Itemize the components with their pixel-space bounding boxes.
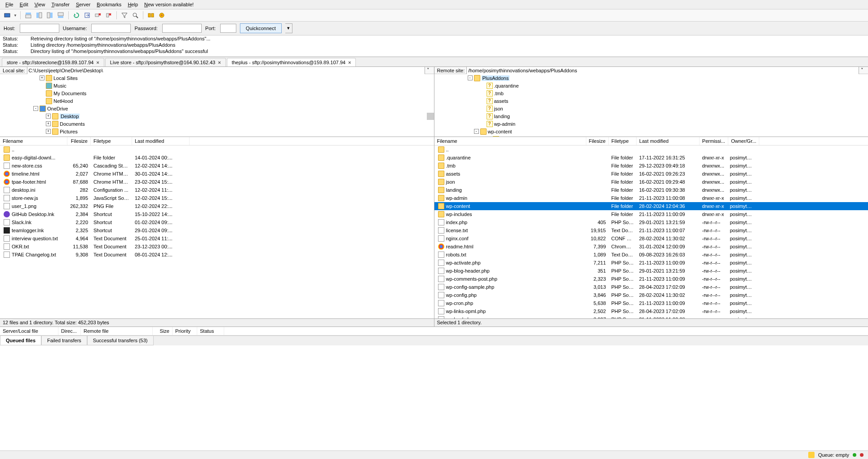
- list-item[interactable]: .tmbFile folder29-12-2023 09:49:18drwxrw…: [434, 162, 868, 170]
- close-icon[interactable]: ×: [96, 60, 99, 65]
- menu-server[interactable]: Server: [73, 1, 93, 8]
- quickconnect-button[interactable]: Quickconnect: [240, 23, 282, 33]
- list-item[interactable]: ..: [0, 146, 434, 154]
- tree-node[interactable]: Music: [0, 82, 434, 89]
- search-icon[interactable]: [131, 11, 140, 20]
- list-item[interactable]: TPAE Changelog.txt9,308Text Document08-0…: [0, 251, 434, 259]
- close-icon[interactable]: ×: [348, 60, 351, 65]
- toggle-queue-icon[interactable]: [56, 11, 65, 20]
- scrollbar-thumb[interactable]: [427, 113, 434, 120]
- list-item[interactable]: user_1.png262,332PNG File12-02-2024 22:.…: [0, 202, 434, 210]
- host-input[interactable]: [20, 24, 59, 33]
- local-list-header[interactable]: Filename Filesize Filetype Last modified: [0, 137, 434, 146]
- site-manager-icon[interactable]: [3, 11, 12, 20]
- list-item[interactable]: license.txt19,915Text Doc...21-11-2023 1…: [434, 226, 868, 234]
- tab-failed-transfers[interactable]: Failed transfers: [41, 336, 87, 345]
- list-item[interactable]: tpae-footer.html87,688Chrome HTML ...23-…: [0, 178, 434, 186]
- tree-node[interactable]: +Desktop: [0, 112, 434, 120]
- sync-browse-icon[interactable]: [157, 11, 166, 20]
- compare-icon[interactable]: [146, 11, 155, 20]
- refresh-icon[interactable]: [72, 11, 81, 20]
- list-item[interactable]: robots.txt1,089Text Doc...09-08-2023 16:…: [434, 251, 868, 259]
- list-item[interactable]: timeline.html2,027Chrome HTML ...30-01-2…: [0, 170, 434, 178]
- menu-edit[interactable]: Edit: [17, 1, 31, 8]
- list-item[interactable]: teamlogger.lnk2,325Shortcut29-01-2024 09…: [0, 226, 434, 234]
- list-item[interactable]: easy-digital-downl...File folder14-01-20…: [0, 154, 434, 162]
- tree-node[interactable]: ?wp-admin: [434, 120, 868, 128]
- menu-bookmarks[interactable]: Bookmarks: [94, 1, 124, 8]
- list-item[interactable]: OKR.txt11,538Text Document23-12-2023 00:…: [0, 243, 434, 251]
- list-item[interactable]: GitHub Desktop.lnk2,384Shortcut15-10-202…: [0, 210, 434, 218]
- menu-file[interactable]: FFileile: [3, 1, 16, 8]
- close-icon[interactable]: ×: [218, 60, 221, 65]
- toggle-log-icon[interactable]: [24, 11, 33, 20]
- tree-node[interactable]: +Documents: [0, 120, 434, 128]
- expand-icon[interactable]: -: [474, 129, 479, 134]
- tree-node[interactable]: ?json: [434, 105, 868, 112]
- list-item[interactable]: wp-config-sample.php3,013PHP Sou...28-04…: [434, 283, 868, 291]
- toggle-local-tree-icon[interactable]: [35, 11, 44, 20]
- list-item[interactable]: wp-cron.php5,638PHP Sou...21-11-2023 11:…: [434, 299, 868, 307]
- expand-icon[interactable]: +: [46, 129, 51, 134]
- lock-icon[interactable]: [808, 452, 815, 458]
- list-item[interactable]: wp-activate.php7,211PHP Sou...21-11-2023…: [434, 259, 868, 267]
- local-tree[interactable]: +Local SitesMusicMy DocumentsNetHood-One…: [0, 74, 434, 137]
- tree-node[interactable]: ?landing: [434, 112, 868, 120]
- list-item[interactable]: readme.html7,399Chrome ...31-01-2024 12:…: [434, 243, 868, 251]
- remote-tree[interactable]: -PlusAddons?.quarantine?.tmb?assets?json…: [434, 74, 868, 137]
- remote-file-list[interactable]: Filename Filesize Filetype Last modified…: [434, 137, 868, 318]
- tree-node[interactable]: -OneDrive: [0, 105, 434, 112]
- disconnect-icon[interactable]: [104, 11, 113, 20]
- list-item[interactable]: wp-comments-post.php2,323PHP Sou...21-11…: [434, 275, 868, 283]
- connection-tab[interactable]: theplus - sftp://posimythinnovations@159…: [227, 58, 356, 66]
- list-item[interactable]: jsonFile folder16-02-2021 09:29:48drwxrw…: [434, 178, 868, 186]
- list-item[interactable]: wp-contentFile folder28-02-2024 12:04:36…: [434, 202, 868, 210]
- expand-icon[interactable]: -: [468, 75, 473, 80]
- menu-transfer[interactable]: Transfer: [49, 1, 72, 8]
- list-item[interactable]: new-store.css65,240Cascading Styl...12-0…: [0, 162, 434, 170]
- tree-node[interactable]: ?.tmb: [434, 89, 868, 97]
- list-item[interactable]: wp-links-opml.php2,502PHP Sou...28-04-20…: [434, 307, 868, 315]
- port-input[interactable]: [220, 24, 236, 33]
- username-input[interactable]: [91, 24, 131, 33]
- expand-icon[interactable]: +: [40, 75, 44, 80]
- expand-icon[interactable]: +: [46, 114, 51, 119]
- list-item[interactable]: desktop.ini282Configuration ...12-02-202…: [0, 186, 434, 194]
- tree-node[interactable]: ?.quarantine: [434, 82, 868, 89]
- list-item[interactable]: nginx.conf10,822CONF File28-02-2024 11:3…: [434, 234, 868, 243]
- tree-node[interactable]: My Documents: [0, 89, 434, 97]
- list-item[interactable]: assetsFile folder16-02-2021 09:26:23drwx…: [434, 170, 868, 178]
- filter-icon[interactable]: [120, 11, 129, 20]
- toggle-remote-tree-icon[interactable]: [45, 11, 54, 20]
- expand-icon[interactable]: +: [46, 121, 51, 126]
- local-site-input[interactable]: [27, 66, 425, 75]
- quickconnect-dropdown[interactable]: ▾: [285, 23, 292, 33]
- tree-node[interactable]: NetHood: [0, 97, 434, 105]
- remote-site-input[interactable]: [466, 66, 859, 75]
- expand-icon[interactable]: -: [33, 106, 38, 111]
- list-item[interactable]: Slack.lnk2,220Shortcut01-02-2024 09:...: [0, 218, 434, 226]
- local-file-list[interactable]: Filename Filesize Filetype Last modified…: [0, 137, 434, 318]
- list-item[interactable]: wp-load.php3,927PHP Sou...21-11-2023 11:…: [434, 315, 868, 318]
- tree-node[interactable]: +Local Sites: [0, 74, 434, 82]
- menu-view[interactable]: View: [32, 1, 48, 8]
- tab-queued-files[interactable]: Queued files: [0, 336, 41, 345]
- list-item[interactable]: wp-adminFile folder21-11-2023 11:00:08dr…: [434, 194, 868, 202]
- tab-successful-transfers[interactable]: Successful transfers (53): [87, 336, 154, 345]
- tree-node[interactable]: ?assets: [434, 97, 868, 105]
- cancel-icon[interactable]: [93, 11, 102, 20]
- list-item[interactable]: wp-blog-header.php351PHP Sou...29-01-202…: [434, 267, 868, 275]
- list-item[interactable]: landingFile folder16-02-2021 09:30:38drw…: [434, 186, 868, 194]
- list-item[interactable]: interview question.txt4,964Text Document…: [0, 234, 434, 243]
- list-item[interactable]: wp-config.php3,846PHP Sou...28-02-2024 1…: [434, 291, 868, 299]
- process-queue-icon[interactable]: [83, 11, 92, 20]
- remote-list-header[interactable]: Filename Filesize Filetype Last modified…: [434, 137, 868, 146]
- tree-node[interactable]: -PlusAddons: [434, 74, 868, 82]
- connection-tab[interactable]: Live store - sftp://posimythstore@164.90…: [105, 58, 226, 66]
- message-log[interactable]: Status:Retrieving directory listing of "…: [0, 35, 868, 57]
- list-item[interactable]: store-new.js1,895JavaScript Sou...12-02-…: [0, 194, 434, 202]
- list-item[interactable]: .quarantineFile folder17-11-2022 16:31:2…: [434, 154, 868, 162]
- connection-tab[interactable]: store - sftp://storeclone@159.89.107.94×: [2, 58, 104, 66]
- list-item[interactable]: ..: [434, 146, 868, 154]
- list-item[interactable]: index.php405PHP Sou...29-01-2021 13:21:5…: [434, 218, 868, 226]
